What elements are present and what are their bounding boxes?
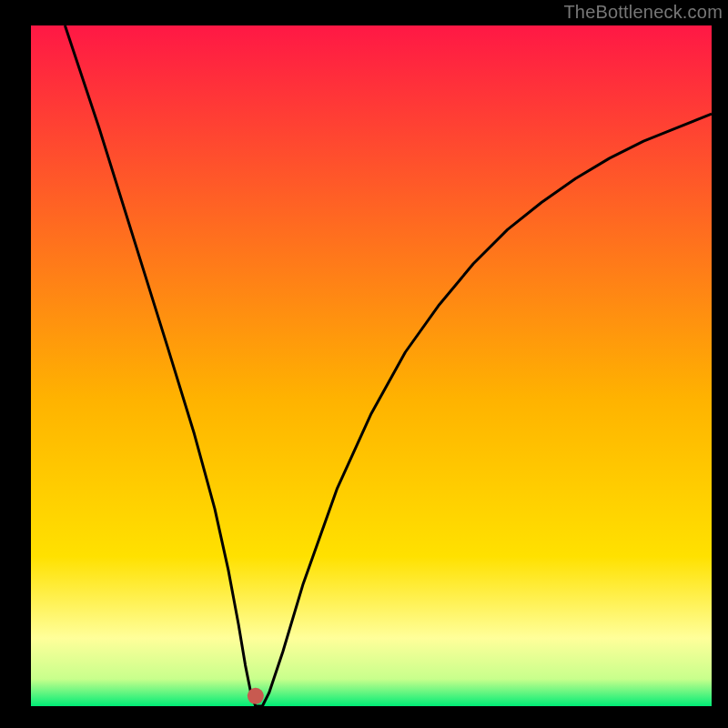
chart-container: { "attribution": "TheBottleneck.com", "c… [0,0,728,728]
minimum-dot [248,688,264,704]
plot-background [31,25,712,706]
bottleneck-chart [0,0,728,728]
attribution-text: TheBottleneck.com [563,2,723,23]
